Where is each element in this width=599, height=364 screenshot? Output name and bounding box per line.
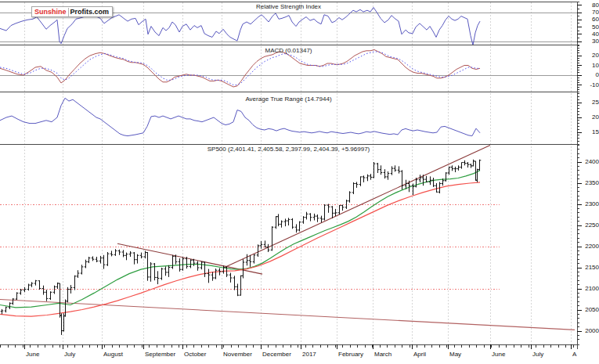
x-month-label: March (374, 351, 392, 358)
y-tick-label: 50 (580, 24, 599, 31)
y-tick-label: 20 (580, 114, 599, 121)
y-tick-label: 2300 (580, 201, 599, 207)
long-declining-line (0, 300, 575, 330)
y-tick-label: 20 (580, 52, 599, 59)
y-tick-label: 80 (580, 2, 599, 9)
price-panel-title: SP500 (2,401.41, 2,405.58, 2,397.99, 2,4… (0, 146, 577, 153)
y-tick-label: 60 (580, 16, 599, 23)
ma-green (0, 171, 480, 308)
x-month-label: February (338, 351, 363, 358)
y-tick-label: 30 (580, 38, 599, 45)
x-month-label: June (26, 351, 39, 358)
logo-text-black: Profits.com (68, 8, 113, 16)
y-tick-label: 40 (580, 31, 599, 38)
chart-svg (0, 0, 599, 364)
y-tick-label: 2050 (580, 307, 599, 313)
x-month-label: A (572, 351, 576, 358)
x-month-label: October (184, 351, 206, 358)
y-tick-label: 2350 (580, 180, 599, 186)
x-month-label: December (262, 351, 291, 358)
x-month-label: April (413, 351, 426, 358)
trendlines (0, 145, 575, 330)
y-tick-label: 2400 (580, 159, 599, 165)
logo-text-red: Sunshine (32, 8, 68, 16)
x-month-label: July (532, 351, 543, 358)
y-tick-label: 2200 (580, 243, 599, 250)
atr-panel-title: Average True Range (14.7944) (0, 96, 577, 103)
y-tick-label: 2000 (580, 328, 599, 334)
y-tick-label: 25 (580, 99, 599, 106)
y-tick-label: 10 (580, 63, 599, 69)
x-month-label: November (223, 351, 252, 358)
y-tick-label: 70 (580, 9, 599, 16)
x-month-label: September (145, 351, 175, 358)
x-month-label: June (492, 351, 505, 358)
ma-red (0, 182, 480, 316)
x-month-label: May (449, 351, 461, 358)
atr-line (0, 98, 480, 135)
y-tick-label: 2250 (580, 222, 599, 229)
y-tick-label: -10 (580, 82, 599, 88)
y-tick-label: 2150 (580, 265, 599, 271)
macd-signal-line (0, 52, 480, 85)
y-tick-label: 2100 (580, 286, 599, 292)
x-month-label: July (64, 351, 75, 358)
rising-support-line (226, 145, 490, 267)
macd-line (0, 50, 480, 88)
macd-panel-title: MACD (0.01347) (0, 47, 577, 54)
chart-canvas: Relative Strength Index MACD (0.01347) A… (0, 0, 599, 364)
sunshine-profits-logo[interactable]: Sunshine Profits.com (31, 6, 113, 17)
x-month-label: 2017 (302, 351, 316, 358)
y-tick-label: 0 (580, 72, 599, 78)
x-month-label: August (103, 351, 123, 358)
y-tick-label: 15 (580, 129, 599, 135)
